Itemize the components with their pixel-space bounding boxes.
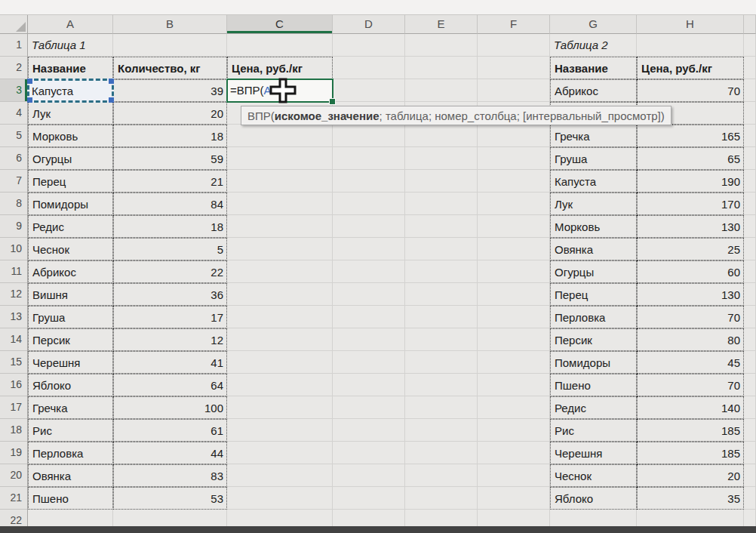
- cell-E17[interactable]: [405, 396, 478, 419]
- cell-A6[interactable]: Огурцы: [28, 147, 113, 170]
- cell-E12[interactable]: [405, 283, 478, 306]
- cell-X10[interactable]: [744, 238, 756, 260]
- cell-X7[interactable]: [744, 170, 756, 193]
- cell-F6[interactable]: [478, 147, 550, 170]
- cell-A1[interactable]: Таблица 1: [28, 34, 113, 57]
- cell-G3[interactable]: Абрикос: [550, 79, 637, 102]
- cell-C6[interactable]: [227, 147, 333, 170]
- cell-A2[interactable]: Название: [28, 57, 113, 79]
- cell-X14[interactable]: [744, 328, 756, 351]
- cell-G15[interactable]: Помидоры: [550, 351, 637, 374]
- cell-C20[interactable]: [227, 464, 333, 487]
- cell-G16[interactable]: Пшено: [550, 374, 637, 396]
- cell-C17[interactable]: [227, 396, 333, 419]
- cell-E19[interactable]: [405, 442, 478, 464]
- cell-H5[interactable]: 165: [637, 125, 744, 147]
- cell-E20[interactable]: [405, 464, 478, 487]
- cell-C15[interactable]: [227, 351, 333, 374]
- cell-B15[interactable]: 41: [113, 351, 227, 374]
- cell-A12[interactable]: Вишня: [28, 283, 113, 306]
- cell-F12[interactable]: [478, 283, 550, 306]
- row-header-7[interactable]: 7: [0, 170, 28, 193]
- column-header-E[interactable]: E: [405, 15, 478, 34]
- cell-F19[interactable]: [478, 442, 550, 464]
- cell-D3[interactable]: [333, 79, 405, 102]
- cell-B3[interactable]: 39: [113, 79, 227, 102]
- cell-A3[interactable]: [28, 79, 113, 102]
- cell-G21[interactable]: Яблоко: [550, 487, 637, 510]
- cell-H21[interactable]: 35: [637, 487, 744, 510]
- cell-G12[interactable]: Перец: [550, 283, 637, 306]
- cell-F14[interactable]: [478, 328, 550, 351]
- cell-D2[interactable]: [333, 57, 405, 79]
- cell-C9[interactable]: [227, 215, 333, 238]
- row-header-12[interactable]: 12: [0, 283, 28, 306]
- cell-H8[interactable]: 170: [637, 193, 744, 215]
- cell-X16[interactable]: [744, 374, 756, 396]
- cell-G6[interactable]: Груша: [550, 147, 637, 170]
- cell-E11[interactable]: [405, 260, 478, 283]
- cell-C18[interactable]: [227, 419, 333, 442]
- cell-A19[interactable]: Перловка: [28, 442, 113, 464]
- cell-C8[interactable]: [227, 193, 333, 215]
- fill-handle[interactable]: [329, 98, 336, 105]
- cell-G5[interactable]: Гречка: [550, 125, 637, 147]
- cell-B17[interactable]: 100: [113, 396, 227, 419]
- cell-A15[interactable]: Черешня: [28, 351, 113, 374]
- cell-B4[interactable]: 20: [113, 102, 227, 125]
- cell-X13[interactable]: [744, 306, 756, 328]
- cell-H7[interactable]: 190: [637, 170, 744, 193]
- row-header-9[interactable]: 9: [0, 215, 28, 238]
- cell-E15[interactable]: [405, 351, 478, 374]
- cell-E3[interactable]: [405, 79, 478, 102]
- cell-B18[interactable]: 61: [113, 419, 227, 442]
- cell-H16[interactable]: 70: [637, 374, 744, 396]
- cell-F7[interactable]: [478, 170, 550, 193]
- cell-E16[interactable]: [405, 374, 478, 396]
- cell-E8[interactable]: [405, 193, 478, 215]
- cell-B7[interactable]: 21: [113, 170, 227, 193]
- cell-H15[interactable]: 45: [637, 351, 744, 374]
- row-header-1[interactable]: 1: [0, 34, 28, 57]
- column-header-H[interactable]: H: [637, 15, 744, 34]
- cell-C19[interactable]: [227, 442, 333, 464]
- cell-B16[interactable]: 64: [113, 374, 227, 396]
- cell-D14[interactable]: [333, 328, 405, 351]
- cell-B11[interactable]: 22: [113, 260, 227, 283]
- row-header-14[interactable]: 14: [0, 328, 28, 351]
- cell-A9[interactable]: Редис: [28, 215, 113, 238]
- row-header-4[interactable]: 4: [0, 102, 28, 125]
- cell-X21[interactable]: [744, 487, 756, 510]
- cell-X15[interactable]: [744, 351, 756, 374]
- column-header-F[interactable]: F: [478, 15, 550, 34]
- cell-X18[interactable]: [744, 419, 756, 442]
- cell-A10[interactable]: Чеснок: [28, 238, 113, 260]
- cell-F15[interactable]: [478, 351, 550, 374]
- cell-X3[interactable]: [744, 79, 756, 102]
- cell-B1[interactable]: [113, 34, 227, 57]
- active-cell-C3[interactable]: =ВПР(A: [226, 79, 333, 103]
- cell-B19[interactable]: 44: [113, 442, 227, 464]
- cell-B10[interactable]: 5: [113, 238, 227, 260]
- cell-D12[interactable]: [333, 283, 405, 306]
- row-header-5[interactable]: 5: [0, 125, 28, 147]
- cell-E6[interactable]: [405, 147, 478, 170]
- cell-B21[interactable]: 53: [113, 487, 227, 510]
- cell-F10[interactable]: [478, 238, 550, 260]
- cell-F9[interactable]: [478, 215, 550, 238]
- cell-A20[interactable]: Овянка: [28, 464, 113, 487]
- cell-F3[interactable]: [478, 79, 550, 102]
- cell-F13[interactable]: [478, 306, 550, 328]
- row-header-13[interactable]: 13: [0, 306, 28, 328]
- cell-E1[interactable]: [405, 34, 478, 57]
- cell-B12[interactable]: 36: [113, 283, 227, 306]
- cell-X6[interactable]: [744, 147, 756, 170]
- row-header-16[interactable]: 16: [0, 374, 28, 396]
- cell-A13[interactable]: Груша: [28, 306, 113, 328]
- cell-X11[interactable]: [744, 260, 756, 283]
- cell-H17[interactable]: 140: [637, 396, 744, 419]
- cell-G10[interactable]: Овянка: [550, 238, 637, 260]
- cell-X12[interactable]: [744, 283, 756, 306]
- cell-H9[interactable]: 130: [637, 215, 744, 238]
- cell-F2[interactable]: [478, 57, 550, 79]
